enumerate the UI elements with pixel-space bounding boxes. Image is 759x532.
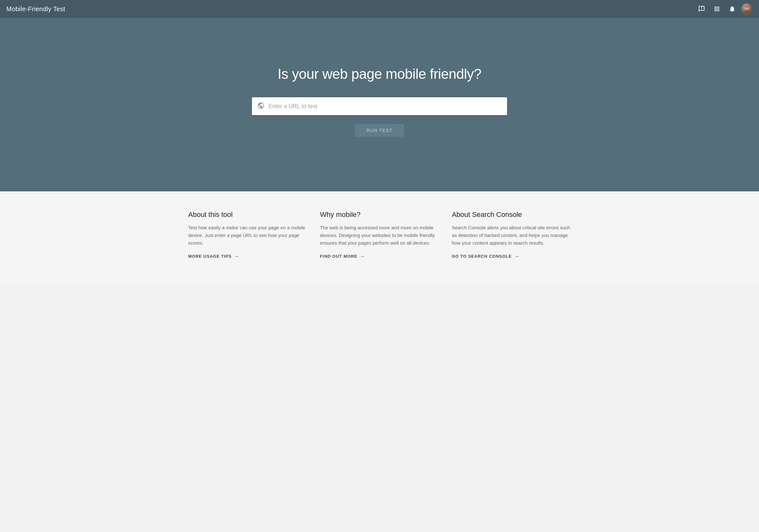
about-tool-text: Test how easily a visitor can use your p… xyxy=(188,224,307,247)
find-out-more-label: FIND OUT MORE xyxy=(320,254,357,259)
about-tool-title: About this tool xyxy=(188,211,307,219)
run-test-button[interactable]: RUN TEST xyxy=(355,124,404,137)
avatar-image xyxy=(741,3,753,15)
why-mobile-text: The web is being accessed more and more … xyxy=(320,224,439,247)
svg-point-4 xyxy=(747,7,748,8)
hero-inner: Is your web page mobile friendly? RUN TE… xyxy=(236,41,523,169)
feedback-icon xyxy=(698,5,705,13)
find-out-more-arrow: → xyxy=(360,254,365,259)
info-card-why-mobile: Why mobile? The web is being accessed mo… xyxy=(320,211,439,259)
app-title: Mobile-Friendly Test xyxy=(6,5,65,13)
feedback-button[interactable] xyxy=(695,3,708,15)
notifications-button[interactable] xyxy=(726,3,739,15)
navbar-actions xyxy=(695,3,753,15)
user-avatar[interactable] xyxy=(741,3,753,15)
search-console-text: Search Console alerts you about critical… xyxy=(452,224,571,247)
notifications-icon xyxy=(729,5,736,13)
navbar: Mobile-Friendly Test xyxy=(0,0,759,18)
svg-point-3 xyxy=(745,7,746,8)
go-to-search-console-label: GO TO SEARCH CONSOLE xyxy=(452,254,512,259)
svg-point-1 xyxy=(743,10,750,15)
more-usage-tips-label: MORE USAGE TIPS xyxy=(188,254,231,259)
find-out-more-link[interactable]: FIND OUT MORE → xyxy=(320,254,365,259)
go-to-search-console-link[interactable]: GO TO SEARCH CONSOLE → xyxy=(452,254,520,259)
globe-icon xyxy=(257,102,265,111)
why-mobile-title: Why mobile? xyxy=(320,211,439,219)
info-card-about-tool: About this tool Test how easily a visito… xyxy=(188,211,307,259)
info-grid: About this tool Test how easily a visito… xyxy=(188,211,571,259)
info-card-search-console: About Search Console Search Console aler… xyxy=(452,211,571,259)
hero-title: Is your web page mobile friendly? xyxy=(278,66,482,82)
apps-button[interactable] xyxy=(710,3,723,15)
hero-section: Is your web page mobile friendly? RUN TE… xyxy=(0,0,759,191)
search-console-title: About Search Console xyxy=(452,211,571,219)
url-input-container xyxy=(252,97,507,115)
more-usage-tips-arrow: → xyxy=(234,254,239,259)
info-section: About this tool Test how easily a visito… xyxy=(0,191,759,285)
more-usage-tips-link[interactable]: MORE USAGE TIPS → xyxy=(188,254,239,259)
url-input[interactable] xyxy=(268,103,502,110)
apps-icon xyxy=(713,5,720,13)
avatar-svg xyxy=(741,3,753,15)
go-to-search-console-arrow: → xyxy=(514,254,520,259)
